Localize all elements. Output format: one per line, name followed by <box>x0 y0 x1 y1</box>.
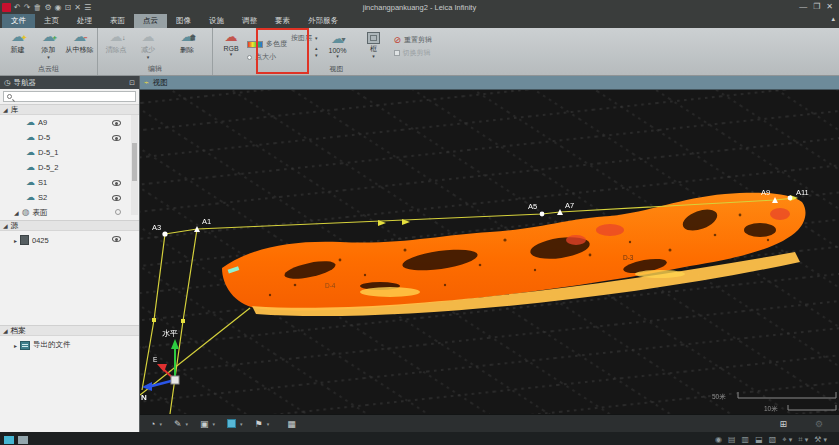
toggle-clip-checkbox[interactable]: 切换剪辑 <box>394 48 433 58</box>
status-layers-icon[interactable]: ⬓ <box>755 435 763 444</box>
expander-icon[interactable]: ◢ <box>3 222 8 229</box>
close-tool-icon[interactable]: ✕ <box>74 3 81 12</box>
tab-home[interactable]: 主页 <box>35 14 68 28</box>
status-save-icon[interactable]: ▥ <box>742 435 750 444</box>
tree-scrollbar[interactable] <box>131 115 138 215</box>
tree-item-d5[interactable]: ☁ D-5 <box>0 130 139 145</box>
cloud-new-icon: ☁✦ <box>11 30 24 45</box>
status-copy-icon[interactable]: ▧ <box>769 435 777 444</box>
tree-item-d5-1[interactable]: ☁ D-5_1 <box>0 145 139 160</box>
expander-icon[interactable]: ▸ <box>14 237 17 244</box>
viewport-toolbar: ◔ ▾ ✎ ▾ ▣ ▾ ▾ ⚑ ▾ ▦ ⊞ ⚙ <box>140 414 839 432</box>
tab-services[interactable]: 外部服务 <box>299 14 347 28</box>
chevron-down-icon[interactable]: ▾ <box>267 419 270 429</box>
tree-item-s1[interactable]: ☁ S1 <box>0 175 139 190</box>
chevron-down-icon: ▾ <box>315 36 318 40</box>
status-snap-dropdown[interactable]: ⌗▾ <box>798 435 808 445</box>
window-title: jinchangpankuang2 - Leica Infinity <box>0 3 839 12</box>
tree-item-surface[interactable]: ◢ ◍ 表面 <box>0 205 139 220</box>
svg-text:D-3: D-3 <box>623 254 634 261</box>
search-input[interactable] <box>15 93 132 100</box>
viewport-canvas[interactable]: A3 A1 A5 A7 A9 A11 D-3 D-4 <box>140 90 839 414</box>
list-icon[interactable]: ☰ <box>84 3 91 12</box>
tree-item-exported-files[interactable]: ▸ 导出的文件 <box>0 336 139 354</box>
status-target-icon[interactable]: ◉ <box>715 435 722 444</box>
chevron-down-icon[interactable]: ▾ <box>159 419 162 429</box>
quick-access-toolbar: ↶ ↷ 🗑 ⚙ ◉ ⊡ ✕ ☰ <box>0 3 91 12</box>
tab-file[interactable]: 文件 <box>2 14 35 28</box>
tab-features[interactable]: 要素 <box>266 14 299 28</box>
chevron-down-icon[interactable]: ▾ <box>186 419 189 429</box>
redo-icon[interactable]: ↷ <box>24 3 31 12</box>
ribbon-collapse-icon[interactable]: ▴ <box>831 15 835 23</box>
title-bar: ↶ ↷ 🗑 ⚙ ◉ ⊡ ✕ ☰ jinchangpankuang2 - Leic… <box>0 0 839 14</box>
add-button[interactable]: ☁＋ 添加 ▾ <box>33 29 64 59</box>
clip-box-icon[interactable] <box>227 419 236 428</box>
box-cube-icon <box>367 32 380 44</box>
reduce-button[interactable]: ☁ 减少 ▾ <box>132 29 164 59</box>
spinner-up-icon[interactable]: ▴ <box>315 46 318 50</box>
undo-icon[interactable]: ↶ <box>14 3 21 12</box>
window-icon[interactable]: ⊡ <box>65 3 72 12</box>
visibility-eye-icon[interactable] <box>112 180 121 186</box>
spinner-down-icon[interactable]: ▾ <box>315 53 318 57</box>
scale-major-label: 50米 <box>712 393 726 400</box>
clear-points-button[interactable]: ☁↓ 清除点 <box>100 29 132 55</box>
viewport-settings-gear-icon[interactable]: ⚙ <box>815 419 823 429</box>
point-cloud-icon: ☁ <box>26 118 35 127</box>
delete-icon[interactable]: 🗑 <box>33 3 41 12</box>
tab-surfaces[interactable]: 表面 <box>101 14 134 28</box>
measure-icon[interactable]: ✎ <box>174 419 182 429</box>
status-tile2-icon[interactable] <box>18 436 28 444</box>
zoom-100-button[interactable]: ☁▼ 100% ▾ <box>322 31 354 62</box>
delete-button[interactable]: ☁🗑 删除 <box>164 29 210 55</box>
expander-icon[interactable]: ◢ <box>14 209 19 216</box>
chevron-down-icon[interactable]: ▾ <box>240 419 243 429</box>
status-tile-icon[interactable] <box>4 436 14 444</box>
tree-item-s2[interactable]: ☁ S2 <box>0 190 139 205</box>
tab-adjustments[interactable]: 调整 <box>233 14 266 28</box>
rgb-button[interactable]: ☁ RGB ▾ <box>215 29 247 56</box>
tab-infrastructure[interactable]: 设施 <box>200 14 233 28</box>
cloud-reduce-icon: ☁ <box>142 30 155 45</box>
tab-imaging[interactable]: 图像 <box>167 14 200 28</box>
tree-item-0425[interactable]: ▸ 0425 <box>0 231 139 249</box>
point-cloud-icon: ☁ <box>26 163 35 172</box>
settings-gear-icon[interactable]: ⚙ <box>44 3 51 12</box>
navigator-search[interactable] <box>3 91 136 102</box>
status-tool-dropdown[interactable]: ⚒▾ <box>814 435 827 444</box>
expander-icon[interactable]: ◢ <box>3 106 8 113</box>
grid-toggle-icon[interactable]: ▦ <box>287 419 296 429</box>
snapshot-icon[interactable]: ◉ <box>55 3 62 12</box>
section-archive[interactable]: ◢ 档案 <box>0 325 139 336</box>
tab-point-cloud[interactable]: 点云 <box>134 14 167 28</box>
navigator-header: ◷ 导航器 ⊡ <box>0 76 139 89</box>
visibility-eye-icon[interactable] <box>112 195 121 201</box>
file-icon <box>20 235 29 245</box>
visibility-eye-icon[interactable] <box>112 236 121 242</box>
expander-icon[interactable]: ▸ <box>14 342 17 349</box>
section-source[interactable]: ◢ 源 <box>0 220 139 231</box>
section-library[interactable]: ◢ 库 <box>0 104 139 115</box>
chevron-down-icon[interactable]: ▾ <box>213 419 216 429</box>
cube-view-icon[interactable]: ▣ <box>200 419 209 429</box>
reset-clip-button[interactable]: ⊘ 重置剪辑 <box>394 35 433 45</box>
visibility-eye-icon[interactable] <box>112 120 121 126</box>
tab-process[interactable]: 处理 <box>68 14 101 28</box>
minimize-button[interactable]: — <box>799 2 807 12</box>
box-button[interactable]: 框 ▾ <box>358 31 390 62</box>
flag-filter-icon[interactable]: ⚑ <box>255 419 263 429</box>
expander-icon[interactable]: ◢ <box>3 327 8 334</box>
close-button[interactable]: ✕ <box>826 2 833 12</box>
status-unit-dropdown[interactable]: ⌖▾ <box>782 435 792 445</box>
remove-from-button[interactable]: ☁－ 从中移除 <box>64 29 95 55</box>
tree-item-d5-2[interactable]: ☁ D-5_2 <box>0 160 139 175</box>
new-button[interactable]: ☁✦ 新建 <box>2 29 33 55</box>
status-doc-icon[interactable]: ▤ <box>728 435 736 444</box>
restore-button[interactable]: ❐ <box>813 2 820 12</box>
panel-pin-icon[interactable]: ⊡ <box>129 79 135 87</box>
tree-item-a9[interactable]: ☁ A9 <box>0 115 139 130</box>
frame-select-icon[interactable]: ⊞ <box>779 419 787 429</box>
visibility-eye-icon[interactable] <box>112 135 121 141</box>
orbit-icon[interactable]: ◔ <box>150 419 155 429</box>
